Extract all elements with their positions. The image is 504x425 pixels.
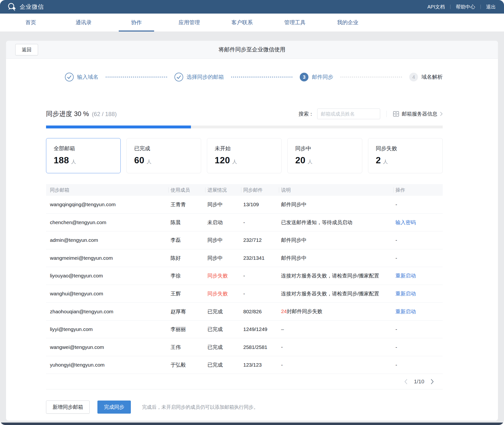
logout-link[interactable]: 退出 [481,4,497,10]
row-action-link[interactable]: 重新启动 [395,291,416,296]
failed-mail-count: 24 [281,308,287,314]
nav-item-tools[interactable]: 管理工具 [268,14,321,31]
cell-action: - [395,339,443,355]
row-action-link[interactable]: 输入密码 [395,220,416,225]
cell-status: 已完成 [207,357,243,373]
cell-member: 陈晨 [171,214,207,231]
stat-card-not-started[interactable]: 未开始 120人 [207,138,282,173]
next-page-button[interactable] [431,379,434,384]
cell-sync-mailbox: wangqingqing@tengyun.com [46,197,171,212]
sync-progress-bar [46,126,443,128]
stat-card-failed[interactable]: 同步失败 2人 [368,138,443,173]
cell-synced-mails: - [243,215,281,230]
cell-sync-mailbox: wanghui@tengyun.com [46,286,171,301]
cell-synced-mails: 232/712 [243,232,281,248]
cell-synced-mails: - [243,268,281,283]
cell-description: 邮件同步中 [281,249,395,267]
cell-description: 连接对方服务器失败，请检查同步/搬家配置 [281,285,395,303]
col-header-mails: 同步邮件 [243,187,281,193]
cell-action: 输入密码 [395,214,443,231]
step-mail-sync: 3 邮件同步 [300,73,333,81]
cell-member: 李磊 [171,232,207,248]
table-row: zhaohouqian@tengyun.com 赵厚骞 已完成 802/826 … [46,303,443,321]
cell-action: 重新启动 [395,285,443,302]
cell-description: 邮件同步中 [281,231,395,249]
nav-item-contacts[interactable]: 通讯录 [57,14,110,31]
window-bottom-edge [0,423,504,425]
sync-progress-fill [46,126,191,128]
col-header-mailbox: 同步邮箱 [46,187,171,193]
stat-card-syncing[interactable]: 同步中 20人 [287,138,362,173]
sync-progress-ratio: (62 / 188) [92,111,117,118]
sync-mailbox-table: 同步邮箱 使用成员 进展情况 同步邮件 说明 操作 wangqingqing@t… [46,184,443,374]
cell-synced-mails: 13/109 [243,197,281,212]
prev-page-button[interactable] [404,379,408,384]
cell-synced-mails: 1249/1249 [243,322,281,337]
search-label: 搜索： [299,110,314,117]
finish-sync-button[interactable]: 完成同步 [97,401,131,414]
api-docs-link[interactable]: API文档 [422,4,450,10]
nav-item-customers[interactable]: 客户联系 [216,14,268,31]
help-center-link[interactable]: 帮助中心 [450,4,480,10]
step-number: 4 [409,73,418,81]
server-icon [393,111,399,117]
nav-item-apps[interactable]: 应用管理 [163,14,216,31]
step-check-icon [65,73,74,81]
cell-member: 于弘毅 [171,357,207,373]
table-row: liyouyao@tengyun.com 李徐 同步失败 - 连接对方服务器失败… [46,267,443,285]
cell-description: - [281,338,395,356]
brand-name: 企业微信 [20,3,44,11]
cell-sync-mailbox: zhaohouqian@tengyun.com [46,304,171,319]
cell-sync-mailbox: yuhongyi@tengyun.com [46,357,171,373]
sync-progress-title: 同步进度 30 % (62 / 188) [46,110,117,118]
cell-member: 李徐 [171,268,207,284]
cell-status: 已完成 [207,321,243,338]
cell-description: 连接对方服务器失败，请检查同步/搬家配置 [281,267,395,285]
cell-sync-mailbox: liyyi@tengyun.com [46,322,171,337]
brand: 企业微信 [7,3,44,11]
col-header-member: 使用成员 [171,187,207,193]
cell-member: 王青青 [171,196,207,213]
cell-synced-mails: 802/826 [243,304,281,319]
row-action-link[interactable]: 重新启动 [395,273,416,278]
cell-member: 王辉 [171,285,207,302]
row-action-link[interactable]: 重新启动 [395,309,416,314]
cell-description: 已发送邮件通知，等待成员启动 [281,214,395,231]
cell-action: 重新启动 [395,268,443,284]
cell-action: - [395,357,443,373]
divider [386,111,387,117]
cell-synced-mails: - [243,286,281,301]
step-connector [106,77,167,78]
step-indicator: 输入域名 选择同步的邮箱 3 邮件同步 4 域名解析 [46,73,443,81]
col-header-status: 进展情况 [207,187,243,193]
cell-action: - [395,232,443,248]
cell-status: 已完成 [207,303,243,320]
step-enter-domain: 输入域名 [65,73,98,81]
footer-actions: 新增同步邮箱 完成同步 完成后，未开启同步的成员仍可以添加邮箱执行同步。 [46,401,443,414]
cell-description: 邮件同步中 [281,196,395,213]
main-nav: 首页 通讯录 协作 应用管理 客户联系 管理工具 我的企业 [0,14,504,31]
cell-member: 赵厚骞 [171,303,207,320]
cell-synced-mails: 232/1341 [243,250,281,266]
cell-member: 王伟 [171,339,207,355]
add-sync-mailbox-button[interactable]: 新增同步邮箱 [46,401,90,414]
sync-progress-percent: 同步进度 30 % [46,110,89,118]
col-header-description: 说明 [281,187,395,193]
stat-card-all[interactable]: 全部邮箱 188人 [46,138,121,173]
cell-status: 未启动 [207,214,243,231]
mail-server-info-link[interactable]: 邮箱服务器信息 [393,110,443,117]
stat-card-completed[interactable]: 已完成 60人 [126,138,201,173]
wecom-admin-window: 企业微信 API文档 帮助中心 退出 首页 通讯录 协作 应用管理 客户联系 管… [0,0,504,425]
cell-member: 陈好 [171,250,207,266]
nav-item-home[interactable]: 首页 [4,14,57,31]
search-input[interactable] [317,109,380,119]
col-header-actions: 操作 [395,187,443,193]
back-button[interactable]: 返回 [15,44,38,55]
cell-status: 同步中 [207,196,243,213]
nav-item-collaboration[interactable]: 协作 [110,14,163,31]
cell-status: 同步失败 [207,285,243,302]
cell-status: 同步失败 [207,268,243,284]
table-row: admin@tengyun.com 李磊 同步中 232/712 邮件同步中 - [46,231,443,249]
nav-item-my-company[interactable]: 我的企业 [321,14,374,31]
cell-member: 李丽丽 [171,321,207,338]
